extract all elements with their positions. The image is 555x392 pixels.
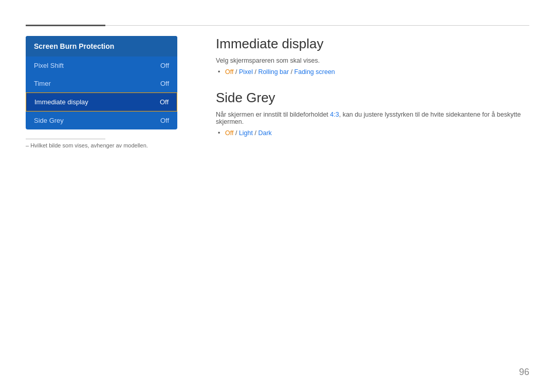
side-grey-value: Off (160, 117, 169, 124)
immediate-display-desc: Velg skjermspareren som skal vises. (216, 57, 529, 64)
footnote-text: – Hvilket bilde som vises, avhenger av m… (26, 142, 177, 148)
top-line-dark (26, 25, 105, 26)
immediate-display-bullet: Off / Pixel / Rolling bar / Fading scree… (225, 68, 529, 76)
sg-sep1: / (233, 129, 238, 137)
menu-header: Screen Burn Protection (26, 36, 177, 57)
side-grey-options: Off / Light / Dark (216, 129, 529, 137)
sg-option-dark: Dark (258, 129, 271, 137)
sg-option-light: Light (239, 129, 253, 137)
sg-option-off: Off (225, 129, 233, 137)
side-grey-label: Side Grey (34, 117, 64, 124)
timer-label: Timer (34, 80, 51, 87)
menu-box: Screen Burn Protection Pixel Shift Off T… (26, 36, 177, 129)
immediate-display-label: Immediate display (34, 98, 88, 106)
menu-item-immediate-display[interactable]: Immediate display Off (26, 92, 177, 111)
pixel-shift-label: Pixel Shift (34, 62, 64, 69)
menu-title: Screen Burn Protection (34, 42, 114, 50)
option-pixel: Pixel (239, 68, 253, 76)
right-panel: Immediate display Velg skjermspareren so… (216, 36, 529, 151)
menu-item-timer[interactable]: Timer Off (26, 74, 177, 92)
sg-sep2: / (253, 129, 258, 137)
left-panel: Screen Burn Protection Pixel Shift Off T… (26, 36, 177, 148)
timer-value: Off (160, 80, 169, 87)
immediate-display-title: Immediate display (216, 36, 529, 52)
menu-item-pixel-shift[interactable]: Pixel Shift Off (26, 57, 177, 74)
aspect-ratio: 4:3 (330, 111, 339, 118)
immediate-display-value: Off (160, 98, 169, 106)
page-number: 96 (519, 367, 529, 378)
option-fading-screen: Fading screen (294, 68, 335, 76)
pixel-shift-value: Off (160, 62, 169, 69)
sep1: / (233, 68, 238, 76)
menu-item-side-grey[interactable]: Side Grey Off (26, 111, 177, 129)
sep2: / (253, 68, 258, 76)
side-grey-desc: Når skjermen er innstilt til bildeforhol… (216, 111, 529, 125)
option-off: Off (225, 68, 233, 76)
side-grey-bullet: Off / Light / Dark (225, 129, 529, 137)
top-lines (26, 25, 529, 26)
sep3: / (289, 68, 294, 76)
immediate-display-options: Off / Pixel / Rolling bar / Fading scree… (216, 68, 529, 76)
top-line-light (105, 25, 529, 26)
footnote-line (26, 139, 105, 139)
option-rolling-bar: Rolling bar (258, 68, 289, 76)
side-grey-title: Side Grey (216, 90, 529, 106)
